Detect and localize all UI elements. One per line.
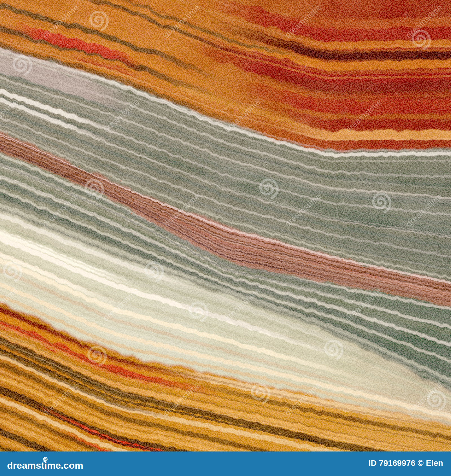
svg-text:ID 79169976 © Elen: ID 79169976 © Elen xyxy=(368,459,443,468)
